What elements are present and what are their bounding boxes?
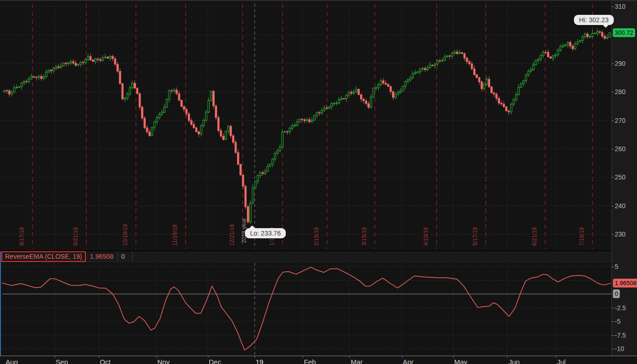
month-tick xyxy=(453,356,454,358)
month-label: Aug xyxy=(6,358,18,364)
month-label: Jul xyxy=(557,358,566,364)
expiration-date-label: 4/19/19 xyxy=(423,227,429,246)
time-axis[interactable]: AugSepOctNovDec19FebMarAprMayJunJul xyxy=(0,356,637,364)
indicator-gridlines xyxy=(2,267,611,349)
month-label: Dec xyxy=(209,358,221,364)
indicator-value-readout: 1.96508 xyxy=(90,253,114,260)
indicator-line xyxy=(2,267,611,350)
active-panel-accent xyxy=(0,251,1,356)
indicator-axis-label: -10 xyxy=(615,345,624,352)
axis-tick xyxy=(612,349,614,349)
axis-tick xyxy=(612,267,614,267)
expiration-date-label: 9/21/18 xyxy=(72,227,79,246)
month-label: Nov xyxy=(157,358,170,364)
expiration-date-label: 8/17/18 xyxy=(19,227,25,246)
month-label: Mar xyxy=(351,358,363,364)
month-label: Jun xyxy=(508,358,520,364)
month-tick xyxy=(302,356,303,358)
month-label: 19 xyxy=(256,358,264,364)
axis-tick xyxy=(612,177,614,178)
indicator-axis-label: -7.5 xyxy=(615,332,626,339)
axis-tick xyxy=(612,6,614,7)
month-tick xyxy=(556,356,556,358)
indicator-header-bar: ReverseEMA (CLOSE, 19) 1.96508 0 xyxy=(0,250,611,262)
month-gridlines xyxy=(55,4,556,355)
month-tick xyxy=(507,356,508,358)
expiration-date-label: 2/15/19 xyxy=(313,227,320,246)
month-tick xyxy=(99,356,99,358)
month-label: Apr xyxy=(403,358,413,364)
expiration-date-label: 12/21/18 xyxy=(229,224,235,246)
candlestick-series xyxy=(4,29,611,224)
month-tick xyxy=(255,356,255,358)
expiration-date-label: 6/21/19 xyxy=(531,227,538,246)
month-tick xyxy=(55,356,55,358)
month-tick xyxy=(156,356,157,358)
low-price-tooltip: Lo: 233.76 xyxy=(245,228,286,238)
price-axis-label: 240 xyxy=(615,202,625,210)
indicator-value-badge: 1.96508 xyxy=(613,279,637,287)
month-tick xyxy=(349,356,350,358)
month-tick xyxy=(208,356,208,358)
indicator-zero-badge: 0 xyxy=(613,289,620,298)
month-label: Sep xyxy=(56,358,68,364)
price-axis-label: 230 xyxy=(615,230,625,238)
price-axis[interactable]: 300.72 1.96508 0 31030029028027026025024… xyxy=(611,1,637,356)
price-axis-label: 270 xyxy=(615,117,625,124)
axis-tick xyxy=(612,149,614,149)
month-label: Oct xyxy=(100,358,110,364)
chart-canvas[interactable] xyxy=(0,1,637,356)
axis-tick xyxy=(612,121,614,121)
price-axis-label: 280 xyxy=(615,88,625,96)
axis-tick xyxy=(612,64,614,64)
month-label: Feb xyxy=(304,358,316,364)
expiration-date-label: 5/17/19 xyxy=(472,227,478,246)
last-price-badge: 300.72 xyxy=(613,28,635,37)
price-axis-label: 310 xyxy=(615,3,625,10)
month-label: May xyxy=(454,358,467,364)
trading-chart-window: 8/17/189/21/1810/19/1811/16/1812/21/181/… xyxy=(0,0,637,364)
indicator-axis-label: 5 xyxy=(615,263,618,270)
axis-tick xyxy=(612,92,614,92)
indicator-name-label[interactable]: ReverseEMA (CLOSE, 19) xyxy=(1,251,86,262)
price-axis-label: 250 xyxy=(615,173,625,181)
axis-tick xyxy=(612,321,614,322)
axis-tick xyxy=(612,206,614,206)
price-axis-label: 260 xyxy=(615,145,625,153)
expiration-date-label: 11/16/18 xyxy=(172,224,178,246)
expiration-date-label: 7/19/19 xyxy=(579,227,585,246)
axis-tick xyxy=(612,335,614,336)
expiration-lines xyxy=(32,4,592,249)
price-axis-label: 290 xyxy=(615,60,625,67)
month-tick xyxy=(402,356,402,358)
indicator-axis-label: -5 xyxy=(615,318,620,325)
expiration-date-label: 10/19/18 xyxy=(122,224,129,246)
axis-tick xyxy=(612,308,614,308)
indicator-secondary-readout: 0 xyxy=(121,253,125,260)
high-price-tooltip: Hi: 302.23 xyxy=(574,15,614,25)
indicator-axis-label: -2.5 xyxy=(615,304,626,312)
header-divider xyxy=(117,251,118,262)
expiration-date-label: 3/15/19 xyxy=(361,227,367,246)
header-divider xyxy=(132,251,133,262)
axis-tick xyxy=(612,234,614,235)
